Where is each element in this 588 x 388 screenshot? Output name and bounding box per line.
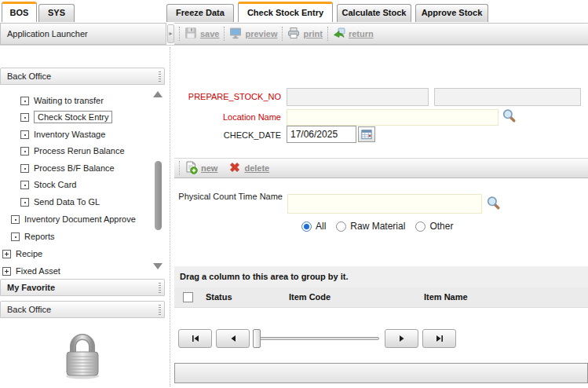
tab-check-stock-entry[interactable]: Check Stock Entry <box>238 2 333 22</box>
tree-item-fixed-asset[interactable]: Fixed Asset <box>0 263 60 279</box>
leaf-node-icon <box>20 113 29 122</box>
preview-button[interactable]: preview <box>229 27 277 41</box>
radio-other-label[interactable]: Other <box>429 221 453 232</box>
toolbar-divider <box>0 45 588 46</box>
return-button[interactable]: return <box>333 27 374 41</box>
check-date-label: CHECK_DATE <box>174 130 281 140</box>
tree-item-label: Process Rerun Balance <box>34 146 125 156</box>
delete-label: delete <box>244 163 269 173</box>
next-page-icon <box>397 334 407 343</box>
prepare-stock-no-field-1[interactable] <box>287 88 429 106</box>
toolbar-separator <box>282 27 283 41</box>
tree-item-label: Recipe <box>16 249 42 258</box>
new-label: new <box>201 163 217 173</box>
grip-icon <box>159 305 161 316</box>
delete-button[interactable]: delete <box>228 161 269 175</box>
select-all-checkbox[interactable] <box>183 292 193 302</box>
check-date-field[interactable] <box>287 126 356 143</box>
previous-page-icon <box>228 334 238 343</box>
toolbar-row: Application Launcher ▸ save preview <box>0 23 588 45</box>
calendar-button[interactable] <box>358 126 375 142</box>
sidebar-panel-title: Back Office <box>7 71 51 81</box>
toolbar-separator <box>179 27 180 41</box>
scroll-up-icon[interactable] <box>153 91 163 97</box>
print-label: print <box>303 29 322 38</box>
scroll-down-icon[interactable] <box>153 263 163 269</box>
return-label: return <box>349 29 374 38</box>
item-type-radio-group: All Raw Material Other <box>301 220 459 232</box>
expand-plus-icon[interactable] <box>2 267 11 276</box>
tree-item-inventory-wastage[interactable]: Inventory Wastage <box>0 126 105 142</box>
radio-other[interactable] <box>415 221 425 232</box>
sidebar-panel-back-office[interactable]: Back Office <box>0 68 165 85</box>
new-button[interactable]: new <box>184 161 217 176</box>
save-label: save <box>200 29 219 38</box>
tab-sys[interactable]: SYS <box>38 4 75 22</box>
location-lookup-magnifier-icon[interactable] <box>502 108 516 124</box>
tree-scrollbar-thumb[interactable] <box>155 161 162 230</box>
location-name-field[interactable] <box>287 109 499 126</box>
column-header-status[interactable]: Status <box>206 292 232 302</box>
tree-item-label: Check Stock Entry <box>34 111 112 123</box>
sidebar-panel-title: Back Office <box>7 305 51 314</box>
grid-footer-bar <box>174 363 588 383</box>
leaf-node-icon <box>20 181 29 189</box>
tree-item-reports[interactable]: Reports <box>0 229 55 244</box>
application-window: BOS SYS Freeze Data Check Stock Entry Ca… <box>0 0 588 388</box>
lock-icon <box>60 328 105 383</box>
sidebar-splitter[interactable] <box>170 47 170 386</box>
tree-item-process-bf-balance[interactable]: Process B/F Balance <box>0 160 115 176</box>
location-name-label: Location Name <box>174 112 281 122</box>
tree-item-send-data-to-gl[interactable]: Send Data To GL <box>0 194 100 210</box>
group-by-drop-area[interactable]: Drag a column to this area to group by i… <box>174 266 588 287</box>
pager-slider-thumb[interactable] <box>253 329 261 348</box>
leaf-node-icon <box>20 164 29 173</box>
tree-item-check-stock-entry[interactable]: Check Stock Entry <box>0 109 112 125</box>
prepare-stock-no-label: PREPARE_STOCK_NO <box>174 92 281 101</box>
panel-collapse-button[interactable]: ▸ <box>167 24 174 43</box>
tab-approve-stock[interactable]: Approve Stock <box>415 4 488 22</box>
radio-all[interactable] <box>301 221 312 232</box>
tree-item-label: Waiting to transfer <box>34 96 104 105</box>
application-launcher-bar[interactable]: Application Launcher <box>0 23 166 45</box>
preview-label: preview <box>245 29 277 38</box>
expand-plus-icon[interactable] <box>2 250 11 258</box>
leaf-node-icon <box>20 147 29 156</box>
tree-item-waiting-to-transfer[interactable]: Waiting to transfer <box>0 93 104 108</box>
pager-next-button[interactable] <box>385 329 418 348</box>
save-icon <box>184 27 197 41</box>
tree-item-label: Stock Card <box>34 180 76 189</box>
save-button[interactable]: save <box>184 27 219 41</box>
column-header-item-code[interactable]: Item Code <box>289 292 331 302</box>
pager-first-button[interactable] <box>178 329 212 348</box>
tab-freeze-data[interactable]: Freeze Data <box>166 4 234 22</box>
leaf-node-icon <box>20 97 29 105</box>
tree-item-inventory-document-approve[interactable]: Inventory Document Approve <box>0 211 136 227</box>
tree-item-process-rerun-balance[interactable]: Process Rerun Balance <box>0 143 125 159</box>
radio-raw-material-label[interactable]: Raw Material <box>350 221 405 232</box>
sidebar-panel-my-favorite[interactable]: My Favorite <box>0 279 165 296</box>
tree-item-label: Inventory Document Approve <box>24 214 136 224</box>
calendar-icon <box>361 129 372 140</box>
print-button[interactable]: print <box>287 27 322 41</box>
column-header-item-name[interactable]: Item Name <box>424 292 468 302</box>
main-toolbar: save preview print return <box>174 23 588 45</box>
prepare-stock-no-field-2[interactable] <box>434 88 581 106</box>
physical-count-time-name-label: Physical Count Time Name <box>174 191 283 202</box>
pager-last-button[interactable] <box>422 329 456 348</box>
radio-all-label[interactable]: All <box>316 221 326 232</box>
physical-count-lookup-magnifier-icon[interactable] <box>486 196 500 211</box>
sidebar-panel-back-office-2[interactable]: Back Office <box>0 301 165 318</box>
leaf-node-icon <box>11 232 20 241</box>
tree-item-recipe[interactable]: Recipe <box>0 246 42 262</box>
radio-raw-material[interactable] <box>336 221 346 232</box>
tree-item-stock-card[interactable]: Stock Card <box>0 177 76 192</box>
leaf-node-icon <box>20 130 29 139</box>
return-icon <box>333 27 345 41</box>
tab-calculate-stock[interactable]: Calculate Stock <box>337 4 411 22</box>
physical-count-time-name-field[interactable] <box>287 194 482 214</box>
tab-bos[interactable]: BOS <box>2 2 37 22</box>
grip-icon <box>159 71 161 82</box>
pager-slider-track[interactable] <box>257 337 379 340</box>
pager-previous-button[interactable] <box>216 329 250 348</box>
